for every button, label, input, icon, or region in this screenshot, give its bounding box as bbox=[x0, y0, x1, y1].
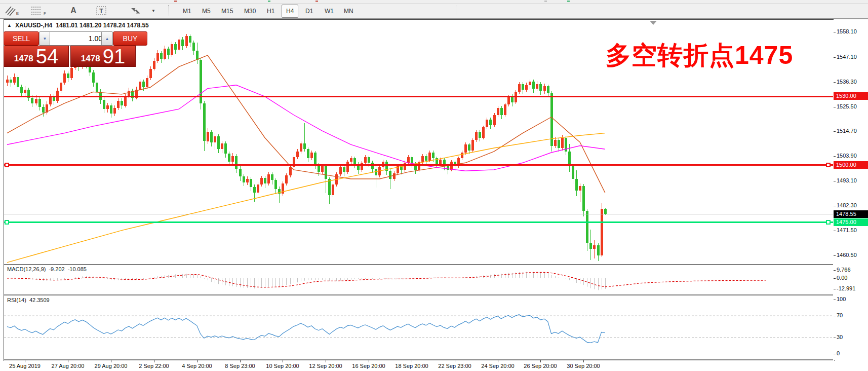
price-tick bbox=[834, 82, 836, 83]
price-tick-label: 1558.10 bbox=[837, 28, 857, 34]
macd-label: MACD(12,26,9) -9.202 -10.085 bbox=[7, 266, 87, 272]
macd-panel[interactable] bbox=[4, 265, 833, 293]
cutoff-icon-speck bbox=[315, 1, 318, 2]
macd-value-main: -9.202 bbox=[49, 266, 64, 272]
price-tick-label: 1514.70 bbox=[837, 128, 857, 134]
time-tick bbox=[68, 360, 68, 362]
timeframe-h4[interactable]: H4 bbox=[282, 5, 298, 18]
time-tick bbox=[111, 360, 111, 362]
chart-title: ▲ XAUUSD-,H4 1481.01 1481.20 1478.24 147… bbox=[7, 22, 149, 29]
rsi-tick bbox=[834, 354, 836, 354]
toolbar-separator bbox=[456, 5, 457, 16]
current-price-badge: 1478.55 bbox=[834, 210, 868, 218]
macd-tick bbox=[834, 278, 836, 279]
rsi-tick bbox=[834, 338, 836, 338]
price-tick-label: 1493.10 bbox=[837, 177, 857, 183]
price-tick bbox=[834, 181, 836, 181]
one-click-collapse-icon[interactable]: ▲ bbox=[7, 23, 12, 28]
price-axis[interactable]: 1558.10 1547.10 1536.30 1525.50 1514.70 … bbox=[834, 19, 868, 360]
chevron-down-icon[interactable]: ▼ bbox=[150, 5, 157, 17]
timeframe-h1[interactable]: H1 bbox=[262, 5, 279, 18]
arrow-tools-icon[interactable] bbox=[128, 5, 143, 17]
rsi-label: RSI(14) 42.3509 bbox=[7, 297, 50, 303]
price-tick bbox=[834, 156, 836, 157]
toolbar-separator bbox=[168, 5, 169, 16]
rsi-panel[interactable] bbox=[4, 295, 833, 358]
cutoff-icon-speck bbox=[268, 1, 270, 2]
time-tick bbox=[154, 360, 154, 362]
price-tick bbox=[834, 255, 836, 256]
level-price-badge: 1500.00 bbox=[834, 161, 868, 169]
rsi-axis-label: 0 bbox=[837, 350, 840, 356]
timeframe-m5[interactable]: M5 bbox=[198, 5, 215, 18]
cutoff-icon-speck bbox=[174, 1, 177, 2]
time-tick bbox=[583, 360, 584, 362]
price-tick-label: 1503.90 bbox=[837, 153, 857, 159]
time-tick bbox=[540, 360, 541, 362]
price-tick bbox=[834, 131, 836, 132]
rsi-axis-label: 100 bbox=[837, 296, 846, 302]
cutoff-icon-speck bbox=[567, 1, 570, 2]
equidistant-channel-icon[interactable]: E bbox=[4, 5, 19, 17]
sell-price-big: 54 bbox=[36, 47, 59, 65]
cutoff-icon-speck bbox=[544, 1, 547, 2]
fibonacci-retracement-icon[interactable]: F bbox=[30, 5, 47, 17]
macd-name: MACD(12,26,9) bbox=[7, 266, 46, 272]
volume-increase-button[interactable]: ▲ bbox=[101, 31, 113, 46]
macd-axis-label: 0.00 bbox=[837, 275, 847, 281]
rsi-name: RSI(14) bbox=[7, 297, 26, 303]
time-tick-label: 30 Sep 20:00 bbox=[556, 363, 611, 369]
time-tick bbox=[283, 360, 283, 362]
timeframe-mn[interactable]: MN bbox=[339, 5, 358, 18]
chart-shift-marker-icon[interactable] bbox=[650, 21, 657, 25]
rsi-tick bbox=[834, 316, 836, 316]
sell-price-box[interactable]: 1478 54 bbox=[4, 46, 69, 67]
macd-axis-label: 9.766 bbox=[837, 267, 851, 273]
price-tick bbox=[834, 107, 836, 107]
buy-price-box[interactable]: 1478 91 bbox=[70, 46, 136, 67]
buy-price-small: 1478 bbox=[81, 52, 100, 65]
ohlc-values: 1481.01 1481.20 1478.24 1478.55 bbox=[56, 22, 149, 29]
timeframe-m1[interactable]: M1 bbox=[178, 5, 196, 18]
rsi-tick bbox=[834, 300, 836, 300]
time-tick bbox=[455, 360, 455, 362]
volume-input[interactable] bbox=[50, 31, 105, 46]
sell-button[interactable]: SELL bbox=[4, 31, 39, 46]
time-tick bbox=[25, 360, 25, 362]
time-tick bbox=[498, 360, 498, 362]
sell-price-small: 1478 bbox=[14, 52, 33, 65]
text-label-icon[interactable]: A bbox=[67, 5, 80, 17]
time-tick bbox=[412, 360, 412, 362]
time-tick bbox=[197, 360, 198, 362]
level-price-badge: 1475.00 bbox=[834, 218, 868, 226]
text-box-icon[interactable]: T bbox=[94, 5, 108, 17]
price-tick-label: 1482.30 bbox=[837, 202, 857, 208]
macd-axis-label: -12.991 bbox=[837, 285, 855, 291]
level-price-badge: 1530.00 bbox=[834, 92, 868, 100]
time-tick bbox=[326, 360, 326, 362]
macd-tick bbox=[834, 270, 836, 271]
time-axis[interactable]: 25 Aug 2019 27 Aug 20:00 29 Aug 20:00 2 … bbox=[0, 361, 868, 371]
timeframe-m30[interactable]: M30 bbox=[240, 5, 260, 18]
top-window-strip bbox=[0, 0, 868, 4]
time-tick bbox=[369, 360, 369, 362]
buy-price-big: 91 bbox=[103, 47, 126, 65]
macd-tick bbox=[834, 289, 836, 289]
price-tick-label: 1536.30 bbox=[837, 79, 857, 85]
volume-decrease-button[interactable]: ▼ bbox=[39, 31, 51, 46]
time-tick bbox=[240, 360, 241, 362]
chart-bottom-border bbox=[4, 359, 833, 360]
buy-button[interactable]: BUY bbox=[113, 31, 147, 46]
price-tick bbox=[834, 231, 836, 231]
symbol-label: XAUUSD-,H4 bbox=[15, 22, 52, 29]
price-tick-label: 1471.50 bbox=[837, 227, 857, 233]
timeframe-w1[interactable]: W1 bbox=[320, 5, 338, 18]
timeframe-m15[interactable]: M15 bbox=[217, 5, 238, 18]
one-click-trading-panel: SELL ▼ ▲ BUY 1478 54 1478 91 bbox=[4, 31, 146, 67]
rsi-axis-label: 70 bbox=[837, 312, 843, 318]
timeframe-d1[interactable]: D1 bbox=[301, 5, 318, 18]
price-tick bbox=[834, 57, 836, 58]
price-tick bbox=[834, 32, 836, 32]
toolbar: E F A T ▼ M1M5M15M30H1H4D1W1MN bbox=[0, 4, 868, 19]
price-tick bbox=[834, 206, 836, 206]
